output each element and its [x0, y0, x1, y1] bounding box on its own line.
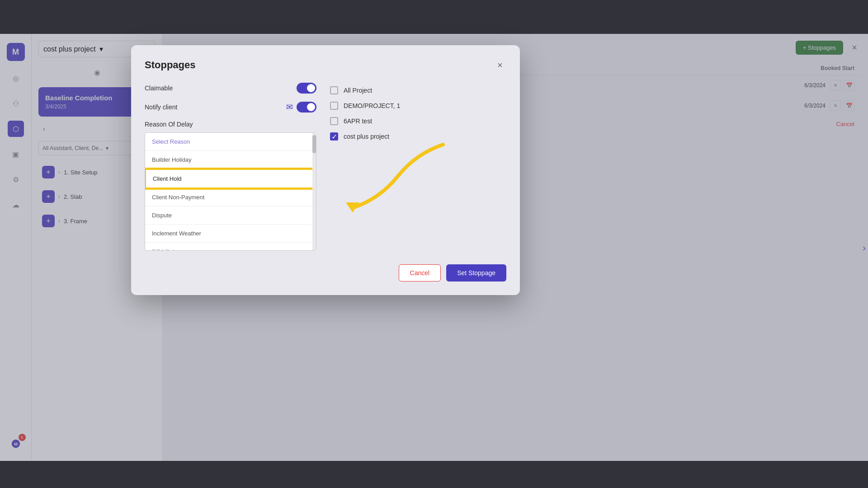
reason-dropdown: Select Reason Builder Holiday Client Hol…: [145, 132, 316, 251]
claimable-row: Claimable: [145, 83, 316, 94]
check-item-6apr-test: 6APR test: [330, 113, 506, 129]
svg-marker-2: [346, 202, 359, 212]
claimable-toggle[interactable]: [297, 83, 316, 94]
reason-item-dispute[interactable]: Dispute: [145, 206, 316, 225]
check-label-6apr-test: 6APR test: [344, 117, 372, 125]
notify-controls: ✉: [286, 102, 316, 113]
checkbox-all-project[interactable]: [330, 86, 338, 94]
reason-item-rca-delay[interactable]: RCA Delay: [145, 243, 316, 250]
set-stoppage-button[interactable]: Set Stoppage: [446, 264, 506, 282]
modal-header: Stoppages ×: [145, 59, 506, 71]
checkbox-cost-plus[interactable]: ✓: [330, 132, 338, 141]
cancel-button[interactable]: Cancel: [399, 264, 441, 282]
reason-item-select[interactable]: Select Reason: [145, 133, 316, 151]
check-label-demo-project: DEMO/PROJECT, 1: [344, 102, 400, 109]
modal-footer: Cancel Set Stoppage: [145, 264, 506, 282]
modal-body: Claimable Notify client ✉ Reason Of Dela…: [145, 83, 506, 251]
reason-scroll-area[interactable]: Select Reason Builder Holiday Client Hol…: [145, 133, 316, 250]
email-icon: ✉: [286, 102, 293, 112]
notify-client-row: Notify client ✉: [145, 102, 316, 113]
reason-item-inclement-weather[interactable]: Inclement Weather: [145, 225, 316, 243]
notify-client-label: Notify client: [145, 103, 177, 111]
checkbox-demo-project[interactable]: [330, 102, 338, 110]
reason-of-delay-label: Reason Of Delay: [145, 121, 316, 128]
reason-item-builder-holiday[interactable]: Builder Holiday: [145, 151, 316, 169]
modal-title: Stoppages: [145, 59, 195, 71]
check-item-all-project: All Project: [330, 83, 506, 98]
check-item-cost-plus: ✓ cost plus project: [330, 129, 506, 144]
reason-item-client-non-payment[interactable]: Client Non-Payment: [145, 188, 316, 206]
check-item-demo-project: DEMO/PROJECT, 1: [330, 98, 506, 113]
notify-toggle[interactable]: [297, 102, 316, 113]
checklist-section: All Project DEMO/PROJECT, 1 6APR test ✓ …: [330, 83, 506, 251]
scrollbar-thumb: [312, 135, 316, 153]
stoppages-modal: Stoppages × Claimable Notify client ✉ Re…: [131, 45, 520, 295]
reason-item-client-hold[interactable]: Client Hold: [145, 169, 316, 188]
check-label-all-project: All Project: [344, 87, 372, 94]
scrollbar-track: [312, 133, 316, 250]
checkbox-6apr-test[interactable]: [330, 117, 338, 125]
modal-close-button[interactable]: ×: [494, 59, 506, 71]
form-section: Claimable Notify client ✉ Reason Of Dela…: [145, 83, 316, 251]
arrow-annotation: [326, 136, 452, 226]
check-label-cost-plus: cost plus project: [344, 133, 389, 140]
claimable-label: Claimable: [145, 84, 173, 92]
